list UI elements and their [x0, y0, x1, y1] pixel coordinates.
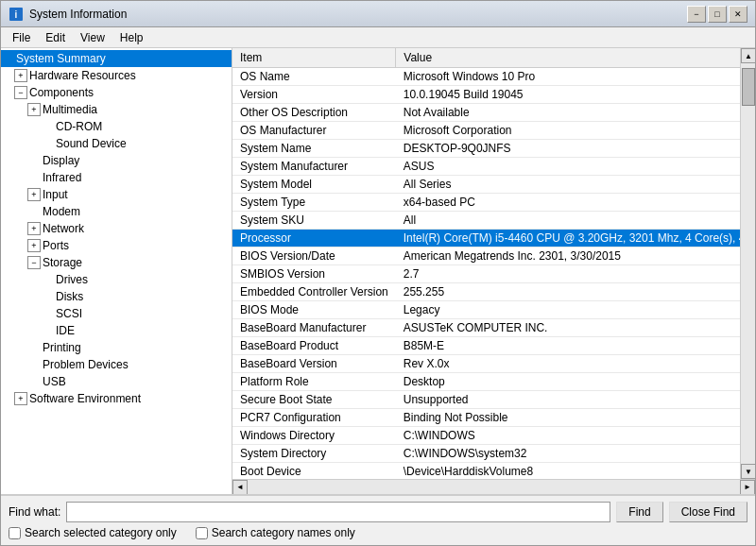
tree-label-multimedia: Multimedia: [43, 103, 97, 116]
app-icon: i: [9, 7, 24, 22]
find-input[interactable]: [66, 502, 610, 522]
menu-edit[interactable]: Edit: [38, 29, 73, 46]
tree-label-drives: Drives: [56, 273, 88, 286]
tree-toggle-hardware-resources[interactable]: +: [14, 69, 27, 82]
tree-item-storage[interactable]: −Storage: [1, 254, 232, 271]
tree-item-system-summary[interactable]: System Summary: [1, 50, 232, 67]
table-row[interactable]: PCR7 ConfigurationBinding Not Possible: [232, 409, 740, 427]
table-row[interactable]: Platform RoleDesktop: [232, 373, 740, 391]
table-row[interactable]: Boot Device\Device\HarddiskVolume8: [232, 463, 740, 480]
check1-label[interactable]: Search selected category only: [9, 526, 177, 539]
cell-value: C:\WINDOWS\system32: [396, 445, 740, 463]
find-label: Find what:: [9, 505, 60, 519]
table-row[interactable]: OS NameMicrosoft Windows 10 Pro: [232, 68, 740, 86]
maximize-button[interactable]: □: [708, 6, 727, 23]
cell-value: All Series: [396, 176, 740, 194]
table-row[interactable]: BaseBoard ProductB85M-E: [232, 337, 740, 355]
check2-checkbox[interactable]: [196, 527, 208, 539]
tree-item-modem[interactable]: Modem: [1, 203, 232, 220]
table-row[interactable]: System DirectoryC:\WINDOWS\system32: [232, 445, 740, 463]
scroll-track[interactable]: [741, 63, 755, 464]
tree-toggle-network[interactable]: +: [27, 222, 41, 235]
tree-toggle-ide: [41, 324, 54, 337]
tree-toggle-problem-devices: [27, 358, 41, 371]
table-row[interactable]: SMBIOS Version2.7: [232, 265, 740, 283]
tree-label-infrared: Infrared: [43, 171, 81, 184]
scroll-left-btn[interactable]: ◄: [232, 480, 248, 495]
tree-item-display[interactable]: Display: [1, 152, 232, 169]
table-row[interactable]: System SKUAll: [232, 212, 740, 230]
window-title: System Information: [29, 8, 687, 21]
tree-item-disks[interactable]: Disks: [1, 288, 232, 305]
check2-label[interactable]: Search category names only: [196, 526, 355, 539]
table-row[interactable]: System ModelAll Series: [232, 176, 740, 194]
table-row[interactable]: System ManufacturerASUS: [232, 158, 740, 176]
table-row[interactable]: System NameDESKTOP-9Q0JNFS: [232, 140, 740, 158]
table-row[interactable]: Other OS DescriptionNot Available: [232, 104, 740, 122]
scroll-thumb[interactable]: [742, 68, 755, 106]
table-row[interactable]: ProcessorIntel(R) Core(TM) i5-4460 CPU @…: [232, 230, 740, 247]
tree-item-ports[interactable]: +Ports: [1, 237, 232, 254]
tree-item-drives[interactable]: Drives: [1, 271, 232, 288]
table-row[interactable]: Version10.0.19045 Build 19045: [232, 86, 740, 104]
tree-item-infrared[interactable]: Infrared: [1, 169, 232, 186]
cell-item: Other OS Description: [232, 104, 396, 122]
tree-item-problem-devices[interactable]: Problem Devices: [1, 356, 232, 373]
tree-item-network[interactable]: +Network: [1, 220, 232, 237]
cell-item: System Type: [232, 194, 396, 212]
table-row[interactable]: BIOS ModeLegacy: [232, 301, 740, 319]
tree-item-scsi[interactable]: SCSI: [1, 305, 232, 322]
tree-item-multimedia[interactable]: +Multimedia: [1, 101, 232, 118]
minimize-button[interactable]: −: [687, 6, 706, 23]
scrollbar-vertical[interactable]: ▲ ▼: [740, 48, 755, 479]
table-container[interactable]: Item Value OS NameMicrosoft Windows 10 P…: [232, 48, 740, 479]
scroll-up-btn[interactable]: ▲: [741, 48, 755, 63]
tree-item-input[interactable]: +Input: [1, 186, 232, 203]
cell-item: Version: [232, 86, 396, 104]
cell-item: SMBIOS Version: [232, 265, 396, 283]
table-row[interactable]: Windows DirectoryC:\WINDOWS: [232, 427, 740, 445]
tree-label-display: Display: [43, 154, 79, 167]
tree-toggle-multimedia[interactable]: +: [27, 103, 41, 116]
tree-toggle-modem: [27, 205, 41, 218]
cell-item: System Directory: [232, 445, 396, 463]
table-row[interactable]: Embedded Controller Version255.255: [232, 283, 740, 301]
table-row[interactable]: System Typex64-based PC: [232, 194, 740, 212]
svg-text:i: i: [15, 9, 18, 20]
menu-help[interactable]: Help: [112, 29, 151, 46]
cell-item: BaseBoard Manufacturer: [232, 319, 396, 337]
check1-checkbox[interactable]: [9, 527, 21, 539]
scroll-down-btn[interactable]: ▼: [741, 464, 755, 479]
table-row[interactable]: BaseBoard VersionRev X.0x: [232, 355, 740, 373]
menu-view[interactable]: View: [73, 29, 112, 46]
table-row[interactable]: BIOS Version/DateAmerican Megatrends Inc…: [232, 247, 740, 265]
window-controls: − □ ✕: [687, 6, 747, 23]
tree-label-components: Components: [29, 86, 94, 99]
table-row[interactable]: OS ManufacturerMicrosoft Corporation: [232, 122, 740, 140]
tree-item-usb[interactable]: USB: [1, 373, 232, 390]
table-row[interactable]: Secure Boot StateUnsupported: [232, 391, 740, 409]
cell-item: System SKU: [232, 212, 396, 230]
tree-item-cd-rom[interactable]: CD-ROM: [1, 118, 232, 135]
tree-toggle-input[interactable]: +: [27, 188, 41, 201]
tree-item-components[interactable]: −Components: [1, 84, 232, 101]
tree-toggle-storage[interactable]: −: [27, 256, 41, 269]
menu-file[interactable]: File: [5, 29, 38, 46]
tree-toggle-ports[interactable]: +: [27, 239, 41, 252]
tree-item-sound-device[interactable]: Sound Device: [1, 135, 232, 152]
tree-toggle-components[interactable]: −: [14, 86, 27, 99]
tree-item-printing[interactable]: Printing: [1, 339, 232, 356]
find-button[interactable]: Find: [616, 502, 662, 522]
scroll-right-btn[interactable]: ►: [740, 480, 755, 495]
scrollbar-horizontal[interactable]: ◄ ►: [232, 479, 755, 494]
tree-toggle-software-environment[interactable]: +: [14, 392, 27, 405]
table-row[interactable]: BaseBoard ManufacturerASUSTeK COMPUTER I…: [232, 319, 740, 337]
tree-toggle-cd-rom: [41, 120, 54, 133]
tree-item-hardware-resources[interactable]: +Hardware Resources: [1, 67, 232, 84]
close-find-button[interactable]: Close Find: [669, 502, 747, 522]
close-button[interactable]: ✕: [729, 6, 747, 23]
tree-item-ide[interactable]: IDE: [1, 322, 232, 339]
cell-item: OS Manufacturer: [232, 122, 396, 140]
tree-item-software-environment[interactable]: +Software Environment: [1, 390, 232, 407]
cell-item: Boot Device: [232, 463, 396, 480]
